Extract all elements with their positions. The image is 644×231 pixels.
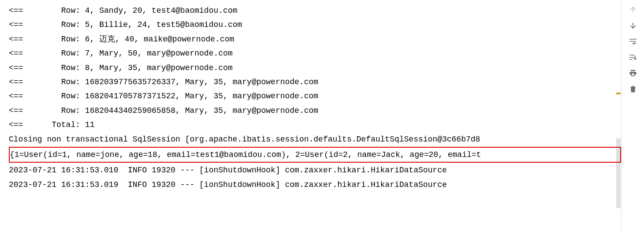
soft-wrap-icon[interactable] (628, 36, 638, 47)
console-output[interactable]: <== Row: 4, Sandy, 20, test4@baomidou.co… (0, 0, 621, 231)
log-line-highlighted: {1=User(id=1, name=jone, age=18, email=t… (10, 148, 620, 162)
log-line: <== Row: 4, Sandy, 20, test4@baomidou.co… (9, 4, 621, 18)
log-line: <== Total: 11 (9, 118, 621, 132)
log-line: <== Row: 1682039775635726337, Mary, 35, … (9, 75, 621, 89)
vertical-scrollbar[interactable] (615, 0, 621, 231)
log-line: <== Row: 7, Mary, 50, mary@powernode.com (9, 46, 621, 60)
log-line: <== Row: 1682041705787371522, Mary, 35, … (9, 89, 621, 103)
log-line: <== Row: 1682044340259065858, Mary, 35, … (9, 104, 621, 118)
log-line: 2023-07-21 16:31:53.019 INFO 19320 --- [… (9, 178, 621, 192)
log-line: <== Row: 8, Mary, 35, mary@powernode.com (9, 61, 621, 75)
log-line: <== Row: 5, Billie, 24, test5@baomidou.c… (9, 18, 621, 32)
log-line: <== Row: 6, 迈克, 40, maike@powernode.com (9, 32, 621, 46)
scrollbar-warning-marker[interactable] (616, 93, 621, 94)
trash-icon[interactable] (628, 84, 638, 94)
print-icon[interactable] (628, 68, 638, 78)
scroll-to-end-icon[interactable] (628, 52, 638, 63)
arrow-down-icon[interactable] (628, 20, 638, 31)
highlighted-annotation: {1=User(id=1, name=jone, age=18, email=t… (9, 147, 621, 163)
scrollbar-thumb[interactable] (616, 138, 621, 208)
log-line: Closing non transactional SqlSession [or… (9, 132, 621, 146)
log-line: 2023-07-21 16:31:53.010 INFO 19320 --- [… (9, 163, 621, 177)
arrow-up-icon[interactable] (628, 4, 638, 15)
console-toolbar (621, 0, 644, 231)
